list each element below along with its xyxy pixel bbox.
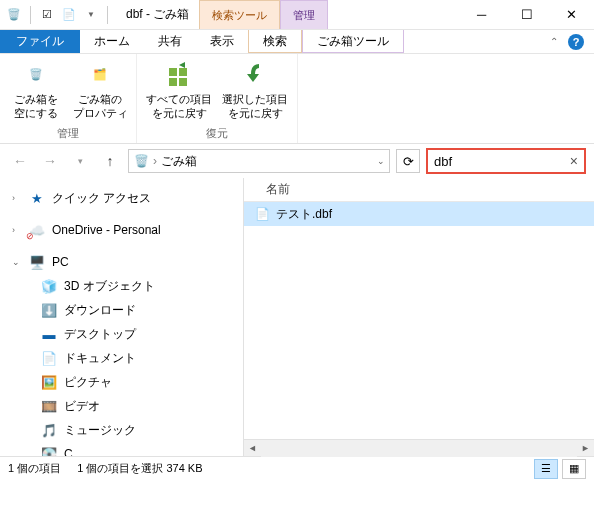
menu-file[interactable]: ファイル bbox=[0, 30, 80, 53]
restore-all-icon bbox=[163, 58, 195, 90]
ribbon-group-restore: 復元 bbox=[206, 124, 228, 143]
sidebar-item-drive-c[interactable]: 💽 C bbox=[0, 442, 243, 456]
music-icon: 🎵 bbox=[40, 421, 58, 439]
view-large-icons-button[interactable]: ▦ bbox=[562, 459, 586, 479]
menu-trash-tools[interactable]: ごみ箱ツール bbox=[302, 30, 404, 53]
ribbon-empty-bin[interactable]: 🗑️ ごみ箱を 空にする bbox=[6, 58, 66, 124]
status-bar: 1 個の項目 1 個の項目を選択 374 KB ☰ ▦ bbox=[0, 456, 594, 480]
close-button[interactable]: ✕ bbox=[549, 0, 594, 30]
sidebar-item-downloads[interactable]: ⬇️ ダウンロード bbox=[0, 298, 243, 322]
documents-icon: 📄 bbox=[40, 349, 58, 367]
horizontal-scrollbar[interactable]: ◄ ► bbox=[244, 439, 594, 456]
recycle-bin-icon: 🗑️ bbox=[133, 153, 149, 169]
window-title: dbf - ごみ箱 bbox=[116, 0, 199, 29]
menu-home[interactable]: ホーム bbox=[80, 30, 144, 53]
nav-back-button[interactable]: ← bbox=[8, 149, 32, 173]
svg-rect-1 bbox=[179, 68, 187, 76]
refresh-button[interactable]: ⟳ bbox=[396, 149, 420, 173]
sidebar-item-music[interactable]: 🎵 ミュージック bbox=[0, 418, 243, 442]
help-icon[interactable]: ? bbox=[568, 34, 584, 50]
pictures-icon: 🖼️ bbox=[40, 373, 58, 391]
ribbon-restore-selected[interactable]: 選択した項目 を元に戻す bbox=[219, 58, 291, 124]
sidebar-item-videos[interactable]: 🎞️ ビデオ bbox=[0, 394, 243, 418]
view-details-button[interactable]: ☰ bbox=[534, 459, 558, 479]
ribbon-restore-all[interactable]: すべての項目 を元に戻す bbox=[143, 58, 215, 124]
pc-icon: 🖥️ bbox=[28, 253, 46, 271]
navigation-pane[interactable]: › ★ クイック アクセス › ☁️⊘ OneDrive - Personal … bbox=[0, 178, 244, 456]
downloads-icon: ⬇️ bbox=[40, 301, 58, 319]
3d-objects-icon: 🧊 bbox=[40, 277, 58, 295]
search-input[interactable]: dbf × bbox=[426, 148, 586, 174]
sidebar-item-3d[interactable]: 🧊 3D オブジェクト bbox=[0, 274, 243, 298]
menu-search[interactable]: 検索 bbox=[248, 30, 302, 53]
chevron-right-icon[interactable]: › bbox=[12, 225, 22, 235]
qat-checkbox-icon[interactable]: ☑ bbox=[39, 7, 55, 23]
restore-selected-icon bbox=[239, 58, 271, 90]
nav-recent-dropdown[interactable]: ▾ bbox=[68, 149, 92, 173]
column-header-name[interactable]: 名前 bbox=[244, 178, 594, 202]
onedrive-icon: ☁️⊘ bbox=[28, 221, 46, 239]
menu-bar: ファイル ホーム 共有 表示 検索 ごみ箱ツール ⌃ ? bbox=[0, 30, 594, 54]
title-bar: 🗑️ ☑ 📄 ▼ dbf - ごみ箱 検索ツール 管理 ─ ☐ ✕ bbox=[0, 0, 594, 30]
nav-forward-button[interactable]: → bbox=[38, 149, 62, 173]
status-selection: 1 個の項目を選択 374 KB bbox=[77, 461, 202, 476]
star-icon: ★ bbox=[28, 189, 46, 207]
search-value: dbf bbox=[434, 154, 570, 169]
address-dropdown-icon[interactable]: ⌄ bbox=[377, 156, 385, 166]
file-list-pane: 名前 📄 テスト.dbf ◄ ► bbox=[244, 178, 594, 456]
clear-search-icon[interactable]: × bbox=[570, 153, 578, 169]
ribbon-bin-properties[interactable]: 🗂️ ごみ箱の プロパティ bbox=[70, 58, 130, 124]
svg-rect-3 bbox=[179, 78, 187, 86]
desktop-icon: ▬ bbox=[40, 325, 58, 343]
file-icon: 📄 bbox=[254, 206, 270, 222]
recycle-bin-icon: 🗑️ bbox=[6, 7, 22, 23]
file-name: テスト.dbf bbox=[276, 206, 332, 223]
videos-icon: 🎞️ bbox=[40, 397, 58, 415]
file-row[interactable]: 📄 テスト.dbf bbox=[244, 202, 594, 226]
scroll-left-icon[interactable]: ◄ bbox=[244, 440, 261, 457]
sidebar-quick-access[interactable]: › ★ クイック アクセス bbox=[0, 186, 243, 210]
scroll-right-icon[interactable]: ► bbox=[577, 440, 594, 457]
address-bar[interactable]: 🗑️ › ごみ箱 ⌄ bbox=[128, 149, 390, 173]
menu-view[interactable]: 表示 bbox=[196, 30, 248, 53]
minimize-button[interactable]: ─ bbox=[459, 0, 504, 30]
status-item-count: 1 個の項目 bbox=[8, 461, 61, 476]
ribbon-group-manage: 管理 bbox=[57, 124, 79, 143]
qat-dropdown-icon[interactable]: ▼ bbox=[83, 7, 99, 23]
svg-rect-0 bbox=[169, 68, 177, 76]
sidebar-onedrive[interactable]: › ☁️⊘ OneDrive - Personal bbox=[0, 218, 243, 242]
sidebar-pc[interactable]: ⌄ 🖥️ PC bbox=[0, 250, 243, 274]
chevron-right-icon[interactable]: › bbox=[12, 193, 22, 203]
contextual-tab-search[interactable]: 検索ツール bbox=[199, 0, 280, 29]
nav-up-button[interactable]: ↑ bbox=[98, 149, 122, 173]
drive-icon: 💽 bbox=[40, 445, 58, 456]
address-row: ← → ▾ ↑ 🗑️ › ごみ箱 ⌄ ⟳ dbf × bbox=[0, 144, 594, 178]
sidebar-item-desktop[interactable]: ▬ デスクトップ bbox=[0, 322, 243, 346]
menu-share[interactable]: 共有 bbox=[144, 30, 196, 53]
svg-rect-2 bbox=[169, 78, 177, 86]
ribbon: 🗑️ ごみ箱を 空にする 🗂️ ごみ箱の プロパティ 管理 すべての項目 を元に… bbox=[0, 54, 594, 144]
maximize-button[interactable]: ☐ bbox=[504, 0, 549, 30]
properties-icon: 🗂️ bbox=[84, 58, 116, 90]
contextual-tab-manage[interactable]: 管理 bbox=[280, 0, 328, 29]
qat-new-folder-icon[interactable]: 📄 bbox=[61, 7, 77, 23]
ribbon-collapse-icon[interactable]: ⌃ bbox=[550, 36, 558, 47]
sidebar-item-documents[interactable]: 📄 ドキュメント bbox=[0, 346, 243, 370]
chevron-down-icon[interactable]: ⌄ bbox=[12, 257, 22, 267]
breadcrumb-separator: › bbox=[153, 154, 157, 168]
sidebar-item-pictures[interactable]: 🖼️ ピクチャ bbox=[0, 370, 243, 394]
empty-bin-icon: 🗑️ bbox=[20, 58, 52, 90]
breadcrumb-location[interactable]: ごみ箱 bbox=[161, 153, 197, 170]
